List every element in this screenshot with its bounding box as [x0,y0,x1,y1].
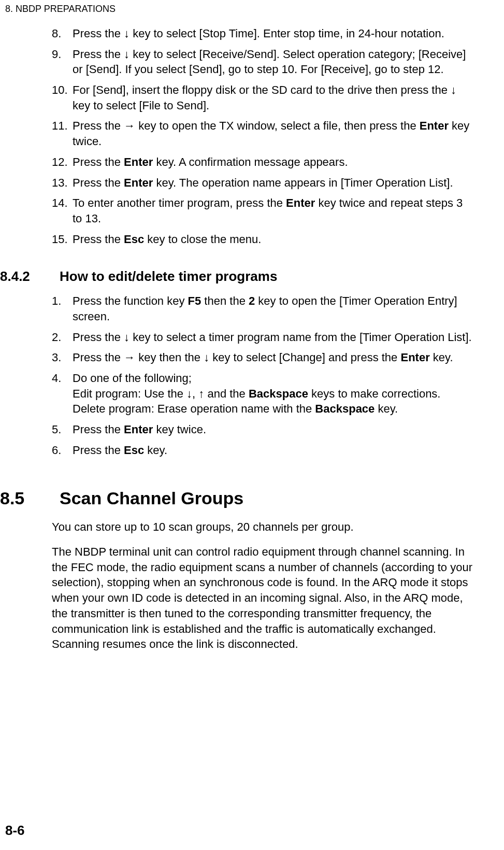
paragraph: The NBDP terminal unit can control radio… [52,544,473,652]
list-text: Press the ↓ key to select [Stop Time]. E… [73,26,473,41]
list-text: Press the Enter key. A confirmation mess… [73,154,473,170]
list-number: 1. [52,293,73,324]
page-content: 8.Press the ↓ key to select [Stop Time].… [52,26,473,661]
list-number: 13. [52,175,73,191]
list-item: 5.Press the Enter key twice. [52,422,473,437]
paragraph: You can store up to 10 scan groups, 20 c… [52,519,473,535]
list-steps-842: 1.Press the function key F5 then the 2 k… [52,293,473,458]
list-item: 12.Press the Enter key. A confirmation m… [52,154,473,170]
list-number: 15. [52,232,73,247]
list-number: 11. [52,118,73,149]
list-item: 15.Press the Esc key to close the menu. [52,232,473,247]
section-number: 8.5 [0,487,60,511]
list-text: Do one of the following;Edit program: Us… [73,371,473,417]
list-number: 12. [52,154,73,170]
list-text: Press the ↓ key to select [Receive/Send]… [73,47,473,77]
list-steps-1: 8.Press the ↓ key to select [Stop Time].… [52,26,473,247]
list-number: 3. [52,350,73,365]
section-85-title: 8.5 Scan Channel Groups [0,487,473,511]
list-text: To enter another timer program, press th… [73,195,473,226]
list-number: 9. [52,47,73,77]
list-item: 14.To enter another timer program, press… [52,195,473,226]
list-number: 2. [52,330,73,345]
list-text: Press the → key to open the TX window, s… [73,118,473,149]
list-item: 4.Do one of the following;Edit program: … [52,371,473,417]
list-number: 10. [52,82,73,113]
list-item: 8.Press the ↓ key to select [Stop Time].… [52,26,473,41]
list-item: 6.Press the Esc key. [52,443,473,458]
list-text: Press the Enter key. The operation name … [73,175,473,191]
list-text: Press the Enter key twice. [73,422,473,437]
list-text: Press the ↓ key to select a timer progra… [73,330,473,345]
section-number: 8.4.2 [0,267,60,286]
list-item: 2.Press the ↓ key to select a timer prog… [52,330,473,345]
list-text: Press the Esc key. [73,443,473,458]
list-text: For [Send], insert the floppy disk or th… [73,82,473,113]
list-number: 5. [52,422,73,437]
section-heading: Scan Channel Groups [60,487,243,511]
list-number: 14. [52,195,73,226]
list-item: 13.Press the Enter key. The operation na… [52,175,473,191]
list-item: 11.Press the → key to open the TX window… [52,118,473,149]
list-number: 4. [52,371,73,417]
list-item: 1.Press the function key F5 then the 2 k… [52,293,473,324]
section-842-title: 8.4.2 How to edit/delete timer programs [0,267,473,286]
list-number: 6. [52,443,73,458]
list-text: Press the Esc key to close the menu. [73,232,473,247]
list-number: 8. [52,26,73,41]
list-item: 3.Press the → key then the ↓ key to sele… [52,350,473,365]
list-item: 9.Press the ↓ key to select [Receive/Sen… [52,47,473,77]
list-text: Press the → key then the ↓ key to select… [73,350,473,365]
page-number: 8-6 [5,821,25,840]
list-item: 10.For [Send], insert the floppy disk or… [52,82,473,113]
list-text: Press the function key F5 then the 2 key… [73,293,473,324]
section-heading: How to edit/delete timer programs [60,267,277,286]
page-header: 8. NBDP PREPARATIONS [5,3,116,15]
